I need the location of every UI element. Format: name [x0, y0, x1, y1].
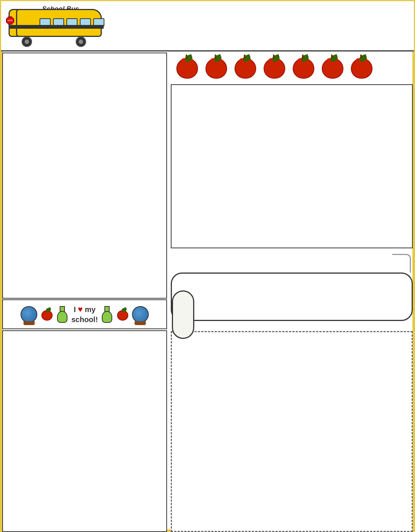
apple-4 [262, 54, 288, 81]
apple-stem-3 [244, 54, 245, 59]
header-bus-section: School Bus STOP [1, 1, 414, 51]
apple-1 [175, 54, 201, 81]
bus-stripe [9, 25, 104, 29]
left-main-panel [2, 53, 167, 299]
heart-icon: ♥ [78, 304, 83, 315]
bus-body [16, 9, 102, 37]
apple-stem-1 [186, 54, 187, 59]
apple-small-left [40, 307, 53, 321]
scroll-corner-right [392, 254, 411, 273]
apple-stem-4 [273, 54, 274, 59]
scroll-decoration [171, 254, 413, 321]
apple-5 [291, 54, 317, 81]
apple-small-right [116, 307, 129, 321]
flask-body-left [57, 311, 67, 323]
flask-left [56, 306, 68, 323]
bus-stop-text: STOP [7, 19, 13, 22]
flask-body-right [102, 311, 112, 323]
page-container: School Bus STOP [0, 0, 415, 532]
bus-wheel-right [76, 37, 86, 47]
apple-7 [349, 54, 375, 81]
bottom-decoration-strip: I ♥ my school! [2, 299, 167, 329]
apple-stem-2 [215, 54, 216, 59]
bottom-left-panel [2, 330, 167, 532]
apple-3 [233, 54, 259, 81]
dashed-content-box [171, 331, 413, 532]
scroll-body [171, 273, 413, 321]
bus-illustration: School Bus STOP [5, 3, 109, 48]
flask-right [101, 306, 113, 323]
apples-decoration-row [171, 53, 413, 82]
apple-6 [320, 54, 346, 81]
apple-stem-5 [302, 54, 304, 59]
globe-right [132, 306, 149, 323]
bus-wheel-left [22, 37, 32, 47]
apple-stem-6 [331, 54, 333, 59]
globe-left [21, 306, 37, 323]
love-school-text: I ♥ my school! [71, 304, 98, 325]
apple-stem-7 [360, 54, 362, 59]
scroll-curl-left [172, 290, 194, 339]
apple-2 [204, 54, 230, 81]
right-content-box [171, 84, 413, 248]
